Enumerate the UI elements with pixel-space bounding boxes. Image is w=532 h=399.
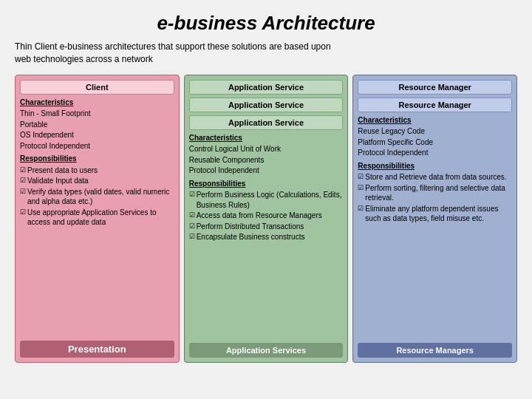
client-column: Client Characteristics Thin - Small Foot… [15,75,180,363]
app-char-2: Reusable Components [189,155,344,166]
client-responsibilities-title: Responsibilities [20,154,174,164]
subtitle: Thin Client e-business architectures tha… [15,41,517,66]
resource-resp-2: Perform sorting, filtering and selective… [358,183,512,203]
client-header: Client [20,80,174,95]
client-footer: Presentation [20,341,174,358]
client-char-3: OS Independent [20,130,174,140]
client-characteristics-title: Characteristics [20,98,174,108]
resource-char-2: Platform Specific Code [358,137,512,148]
main-columns: Client Characteristics Thin - Small Foot… [15,75,517,363]
client-resp-3: Verify data types (valid dates, valid nu… [20,187,174,207]
client-char-2: Portable [20,120,174,130]
client-content: Characteristics Thin - Small Footprint P… [20,98,174,338]
client-resp-2: Validate Input data [20,176,174,186]
resource-char-3: Protocol Independent [358,148,512,158]
app-resp-4: Encapsulate Business constructs [189,232,344,242]
resource-content: Characteristics Reuse Legacy Code Platfo… [358,115,512,340]
app-resp-2: Access data from Resource Managers [189,211,344,221]
app-char-3: Protocol Independent [189,166,344,176]
page-title: e-business Architecture [15,12,517,35]
app-resp-1: Perform Business Logic (Calculations, Ed… [189,190,344,210]
app-service-3: Application Service [189,115,344,130]
resource-characteristics-title: Characteristics [358,115,512,126]
resource-responsibilities-title: Responsibilities [358,161,512,171]
resource-column: Resource Manager Resource Manager Charac… [352,75,517,363]
app-column: Application Service Application Service … [184,75,349,363]
app-service-2: Application Service [189,98,344,112]
app-responsibilities-title: Responsibilities [189,179,344,189]
app-content: Characteristics Control Logical Unit of … [189,133,344,340]
resource-resp-1: Store and Retrieve data from data source… [358,172,512,183]
resource-service-2: Resource Manager [358,98,512,112]
app-characteristics-title: Characteristics [189,133,344,143]
resource-footer: Resource Managers [358,343,512,358]
resource-service-1: Resource Manager [358,80,512,95]
app-footer: Application Services [189,343,344,358]
app-resp-3: Perform Distributed Transactions [189,222,344,232]
resource-char-1: Reuse Legacy Code [358,126,512,137]
resource-resp-3: Eliminate any platform dependent issues … [358,204,512,224]
client-resp-4: Use appropriate Application Services to … [20,208,174,228]
client-resp-1: Present data to users [20,166,174,176]
app-char-1: Control Logical Unit of Work [189,144,344,154]
app-service-1: Application Service [189,80,344,95]
client-char-1: Thin - Small Footprint [20,109,174,119]
client-char-4: Protocol Independent [20,141,174,151]
